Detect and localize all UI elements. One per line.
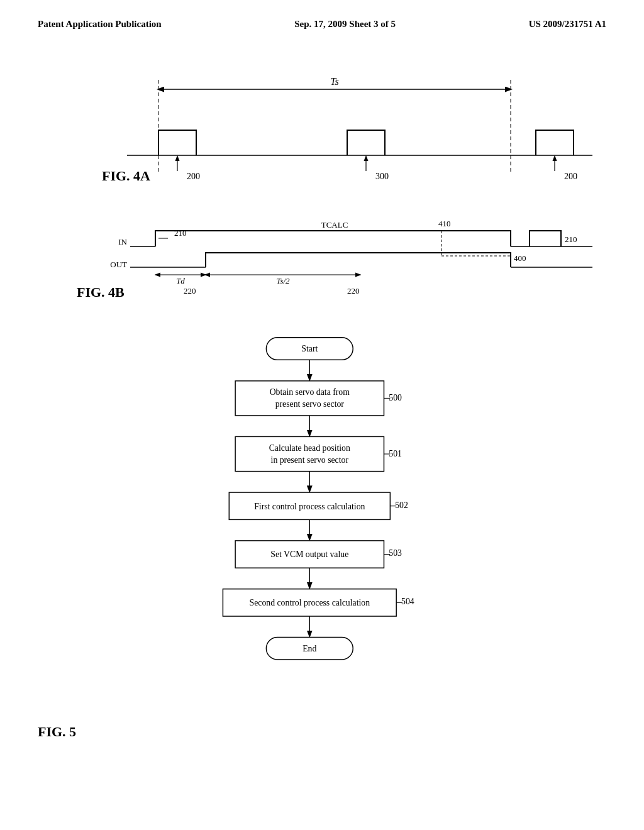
svg-text:IN: IN xyxy=(118,237,127,246)
fig5-svg: Start Obtain servo data from present ser… xyxy=(165,331,479,740)
node-502: First control process calculation xyxy=(254,502,365,511)
ref-503: 503 xyxy=(389,549,402,558)
node-500-line1: Obtain servo data from xyxy=(270,387,350,397)
svg-text:220: 220 xyxy=(184,286,196,296)
svg-text:FIG. 4A: FIG. 4A xyxy=(102,168,150,184)
fig4a-diagram: Ts 200 300 200 FIG. 4A xyxy=(38,74,606,212)
svg-text:210: 210 xyxy=(174,228,187,238)
node-501-line1: Calculate head position xyxy=(269,443,350,453)
svg-rect-38 xyxy=(235,436,384,471)
svg-text:220: 220 xyxy=(347,286,360,296)
svg-text:TCALC: TCALC xyxy=(321,220,348,230)
svg-rect-35 xyxy=(235,381,384,416)
end-node: End xyxy=(303,644,316,653)
flowchart-container: Start Obtain servo data from present ser… xyxy=(38,331,606,740)
ref-504: 504 xyxy=(401,597,414,606)
svg-text:Ts/2: Ts/2 xyxy=(276,276,290,285)
start-node: Start xyxy=(301,345,318,354)
svg-text:Td: Td xyxy=(176,276,185,285)
node-501-line2: in present servo sector xyxy=(271,455,349,465)
main-content: Ts 200 300 200 FIG. 4A xyxy=(0,36,644,753)
page-header: Patent Application Publication Sep. 17, … xyxy=(0,0,644,36)
ref-501: 501 xyxy=(389,449,402,458)
svg-text:200: 200 xyxy=(564,172,577,181)
svg-text:FIG. 4B: FIG. 4B xyxy=(77,284,125,300)
svg-text:200: 200 xyxy=(187,172,200,181)
svg-text:400: 400 xyxy=(514,253,526,263)
fig4b-svg: IN OUT Td Ts/2 210 TCALC xyxy=(38,218,606,306)
fig4b-diagram: IN OUT Td Ts/2 210 TCALC xyxy=(38,218,606,306)
header-right: US 2009/231751 A1 xyxy=(529,19,606,30)
ref-500: 500 xyxy=(389,393,402,402)
svg-text:210: 210 xyxy=(565,235,577,244)
ref-502: 502 xyxy=(395,501,408,510)
node-504: Second control process calculation xyxy=(250,598,370,607)
header-center: Sep. 17, 2009 Sheet 3 of 5 xyxy=(294,19,396,30)
svg-text:Ts: Ts xyxy=(330,76,339,87)
node-500-line2: present servo sector xyxy=(275,399,345,409)
header-left: Patent Application Publication xyxy=(38,19,162,30)
svg-text:410: 410 xyxy=(438,219,451,228)
svg-text:300: 300 xyxy=(375,172,389,181)
svg-text:OUT: OUT xyxy=(110,260,127,269)
fig4a-svg: Ts 200 300 200 FIG. 4A xyxy=(38,74,606,212)
fig5-label: FIG. 5 xyxy=(38,724,76,740)
node-503: Set VCM output value xyxy=(270,550,348,559)
